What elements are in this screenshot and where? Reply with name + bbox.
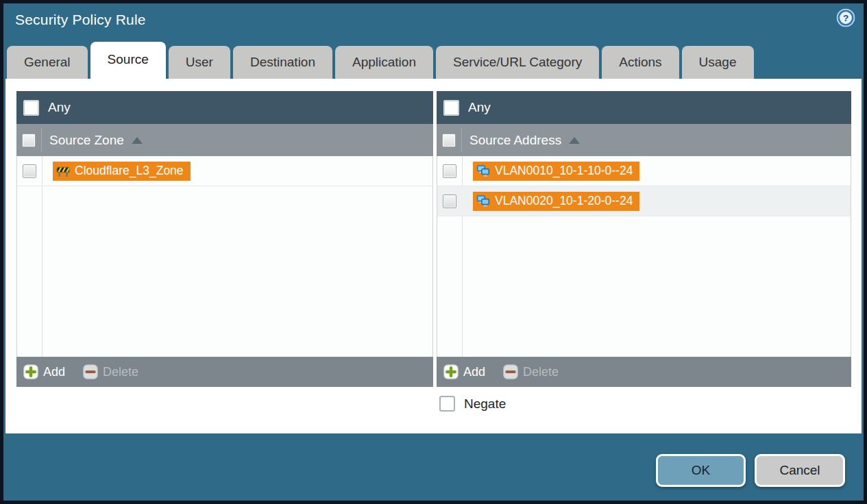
zone-entry-label: Cloudflare_L3_Zone [75, 164, 184, 178]
address-entry-label: VLAN0020_10-1-20-0--24 [495, 194, 633, 208]
svg-text:?: ? [843, 13, 848, 23]
address-icon [476, 164, 490, 178]
help-icon-glyph: ? [836, 8, 855, 27]
source-address-any-checkbox[interactable] [443, 100, 459, 116]
source-address-column-header[interactable]: Source Address [437, 124, 851, 156]
source-zone-select-all-checkbox[interactable] [22, 134, 36, 147]
row-checkbox[interactable] [23, 164, 36, 178]
ok-button[interactable]: OK [656, 454, 746, 487]
column-separator [461, 128, 462, 152]
tab-service-url-category[interactable]: Service/URL Category [436, 46, 599, 79]
row-checkbox[interactable] [443, 194, 456, 208]
address-entry-label: VLAN0010_10-1-10-0--24 [495, 164, 633, 178]
source-address-select-all-checkbox[interactable] [442, 134, 456, 147]
source-address-panel: Any Source Address [437, 91, 851, 387]
panels-container: Any Source Zone [16, 91, 851, 387]
delete-button-label: Delete [523, 365, 559, 379]
source-zone-any-row: Any [16, 91, 433, 124]
security-policy-rule-dialog: Security Policy Rule ? General Source Us… [3, 3, 864, 501]
source-address-toolbar: Add Delete [437, 357, 851, 387]
tab-source[interactable]: Source [90, 42, 166, 79]
source-zone-toolbar: Add Delete [16, 357, 433, 387]
source-zone-any-label: Any [48, 100, 71, 115]
address-icon [476, 194, 490, 208]
source-tab-content: Any Source Zone [5, 79, 862, 433]
source-zone-any-checkbox[interactable] [23, 100, 39, 116]
source-zone-list: Cloudflare_L3_Zone [16, 156, 433, 357]
add-plus-icon [23, 364, 38, 379]
source-address-any-row: Any [437, 91, 851, 124]
delete-button[interactable]: Delete [83, 364, 138, 379]
add-button[interactable]: Add [443, 364, 485, 379]
zone-icon [56, 164, 70, 178]
delete-minus-icon [83, 364, 98, 379]
row-checkbox[interactable] [443, 164, 456, 178]
negate-row: Negate [439, 396, 506, 412]
source-zone-panel: Any Source Zone [16, 91, 433, 387]
negate-label: Negate [464, 396, 506, 412]
zone-entry[interactable]: Cloudflare_L3_Zone [53, 162, 191, 181]
add-plus-icon [443, 364, 459, 379]
help-icon[interactable]: ? [836, 8, 855, 27]
source-zone-column-label: Source Zone [49, 133, 124, 148]
add-button[interactable]: Add [23, 364, 65, 379]
delete-button-label: Delete [103, 365, 138, 379]
source-address-any-label: Any [468, 100, 491, 115]
tab-general[interactable]: General [7, 46, 88, 79]
sort-ascending-icon [569, 137, 580, 144]
tab-usage[interactable]: Usage [682, 46, 754, 79]
tab-bar: General Source User Destination Applicat… [7, 45, 757, 79]
source-zone-column-header[interactable]: Source Zone [16, 124, 433, 156]
table-row: Cloudflare_L3_Zone [17, 156, 432, 186]
column-separator [41, 128, 42, 152]
add-button-label: Add [463, 365, 485, 379]
address-entry[interactable]: VLAN0010_10-1-10-0--24 [473, 162, 639, 181]
table-row: VLAN0020_10-1-20-0--24 [437, 186, 851, 216]
address-entry[interactable]: VLAN0020_10-1-20-0--24 [473, 192, 639, 211]
tab-application[interactable]: Application [335, 46, 433, 79]
tab-user[interactable]: User [169, 46, 230, 79]
add-button-label: Add [43, 365, 65, 379]
tab-actions[interactable]: Actions [602, 46, 679, 79]
negate-checkbox[interactable] [439, 396, 455, 412]
tab-destination[interactable]: Destination [233, 46, 332, 79]
delete-button[interactable]: Delete [503, 364, 559, 379]
dialog-title: Security Policy Rule [15, 12, 146, 28]
sort-ascending-icon [132, 137, 143, 144]
cancel-button[interactable]: Cancel [755, 454, 845, 487]
table-row: VLAN0010_10-1-10-0--24 [437, 156, 851, 186]
source-address-list: VLAN0010_10-1-10-0--24 [437, 156, 851, 357]
delete-minus-icon [503, 364, 518, 379]
source-address-column-label: Source Address [469, 133, 561, 148]
